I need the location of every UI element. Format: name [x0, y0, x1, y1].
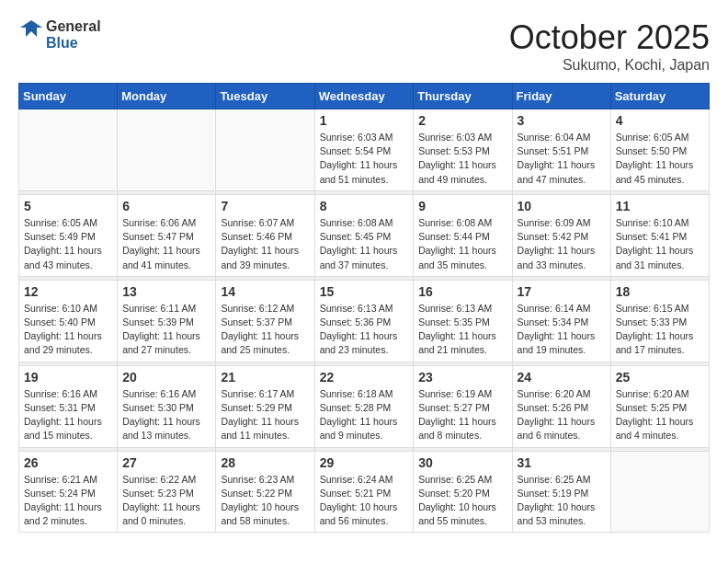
calendar-cell: 22Sunrise: 6:18 AM Sunset: 5:28 PM Dayli… [314, 365, 414, 447]
day-number: 14 [221, 284, 309, 299]
day-number: 9 [418, 199, 506, 213]
calendar-cell: 4Sunrise: 6:05 AM Sunset: 5:50 PM Daylig… [610, 109, 709, 191]
day-info: Sunrise: 6:16 AM Sunset: 5:31 PM Dayligh… [24, 387, 112, 443]
day-number: 27 [122, 455, 210, 470]
weekday-header-wednesday: Wednesday [314, 84, 414, 109]
weekday-header-friday: Friday [512, 84, 610, 109]
calendar-cell: 18Sunrise: 6:15 AM Sunset: 5:33 PM Dayli… [610, 280, 709, 362]
calendar-cell: 21Sunrise: 6:17 AM Sunset: 5:29 PM Dayli… [216, 365, 314, 447]
day-number: 8 [320, 199, 409, 213]
day-info: Sunrise: 6:08 AM Sunset: 5:44 PM Dayligh… [418, 216, 506, 272]
calendar-cell [216, 109, 314, 191]
day-number: 4 [616, 113, 704, 128]
calendar-cell: 24Sunrise: 6:20 AM Sunset: 5:26 PM Dayli… [512, 365, 610, 447]
day-info: Sunrise: 6:25 AM Sunset: 5:20 PM Dayligh… [418, 473, 506, 529]
day-number: 18 [616, 284, 704, 299]
day-info: Sunrise: 6:19 AM Sunset: 5:27 PM Dayligh… [418, 387, 506, 443]
day-number: 19 [24, 370, 112, 385]
day-number: 2 [418, 113, 506, 128]
calendar-cell: 27Sunrise: 6:22 AM Sunset: 5:23 PM Dayli… [118, 451, 216, 533]
day-number: 16 [418, 284, 506, 299]
calendar-cell [610, 451, 709, 533]
day-info: Sunrise: 6:23 AM Sunset: 5:22 PM Dayligh… [221, 473, 309, 529]
day-number: 20 [122, 370, 210, 385]
week-row-3: 12Sunrise: 6:10 AM Sunset: 5:40 PM Dayli… [19, 280, 710, 362]
calendar-cell: 16Sunrise: 6:13 AM Sunset: 5:35 PM Dayli… [414, 280, 512, 362]
calendar-cell: 26Sunrise: 6:21 AM Sunset: 5:24 PM Dayli… [19, 451, 118, 533]
weekday-header-tuesday: Tuesday [216, 84, 314, 109]
calendar-cell: 10Sunrise: 6:09 AM Sunset: 5:42 PM Dayli… [512, 194, 610, 276]
page-header: General Blue October 2025 Sukumo, Kochi,… [18, 18, 710, 74]
day-info: Sunrise: 6:03 AM Sunset: 5:53 PM Dayligh… [418, 131, 506, 187]
weekday-header-row: SundayMondayTuesdayWednesdayThursdayFrid… [19, 84, 710, 109]
day-info: Sunrise: 6:06 AM Sunset: 5:47 PM Dayligh… [122, 216, 210, 272]
calendar-cell: 11Sunrise: 6:10 AM Sunset: 5:41 PM Dayli… [610, 194, 709, 276]
calendar-cell: 7Sunrise: 6:07 AM Sunset: 5:46 PM Daylig… [216, 194, 314, 276]
title-block: October 2025 Sukumo, Kochi, Japan [509, 18, 710, 74]
day-number: 17 [518, 284, 606, 299]
day-number: 6 [122, 199, 210, 213]
day-info: Sunrise: 6:03 AM Sunset: 5:54 PM Dayligh… [320, 131, 409, 187]
day-info: Sunrise: 6:05 AM Sunset: 5:49 PM Dayligh… [24, 216, 112, 272]
logo-general-text: General [46, 18, 101, 35]
day-info: Sunrise: 6:17 AM Sunset: 5:29 PM Dayligh… [221, 387, 309, 443]
day-info: Sunrise: 6:15 AM Sunset: 5:33 PM Dayligh… [616, 302, 704, 358]
day-info: Sunrise: 6:14 AM Sunset: 5:34 PM Dayligh… [518, 302, 606, 358]
calendar-cell [118, 109, 216, 191]
week-row-4: 19Sunrise: 6:16 AM Sunset: 5:31 PM Dayli… [19, 365, 710, 447]
day-info: Sunrise: 6:18 AM Sunset: 5:28 PM Dayligh… [320, 387, 409, 443]
day-info: Sunrise: 6:20 AM Sunset: 5:26 PM Dayligh… [518, 387, 606, 443]
calendar-cell: 20Sunrise: 6:16 AM Sunset: 5:30 PM Dayli… [118, 365, 216, 447]
day-info: Sunrise: 6:12 AM Sunset: 5:37 PM Dayligh… [221, 302, 309, 358]
calendar-cell: 8Sunrise: 6:08 AM Sunset: 5:45 PM Daylig… [314, 194, 414, 276]
calendar-cell: 29Sunrise: 6:24 AM Sunset: 5:21 PM Dayli… [314, 451, 414, 533]
calendar-cell [19, 109, 118, 191]
day-number: 13 [122, 284, 210, 299]
day-number: 10 [518, 199, 606, 213]
day-number: 5 [24, 199, 112, 213]
day-info: Sunrise: 6:21 AM Sunset: 5:24 PM Dayligh… [24, 473, 112, 529]
day-number: 21 [221, 370, 309, 385]
logo-blue-text: Blue [46, 35, 101, 52]
weekday-header-thursday: Thursday [414, 84, 512, 109]
calendar-cell: 31Sunrise: 6:25 AM Sunset: 5:19 PM Dayli… [512, 451, 610, 533]
calendar-cell: 6Sunrise: 6:06 AM Sunset: 5:47 PM Daylig… [118, 194, 216, 276]
day-info: Sunrise: 6:13 AM Sunset: 5:35 PM Dayligh… [418, 302, 506, 358]
day-info: Sunrise: 6:07 AM Sunset: 5:46 PM Dayligh… [221, 216, 309, 272]
day-number: 15 [320, 284, 409, 299]
day-number: 24 [518, 370, 606, 385]
week-row-5: 26Sunrise: 6:21 AM Sunset: 5:24 PM Dayli… [19, 451, 710, 533]
day-number: 7 [221, 199, 309, 213]
day-number: 12 [24, 284, 112, 299]
calendar-cell: 3Sunrise: 6:04 AM Sunset: 5:51 PM Daylig… [512, 109, 610, 191]
week-row-1: 1Sunrise: 6:03 AM Sunset: 5:54 PM Daylig… [19, 109, 710, 191]
day-info: Sunrise: 6:11 AM Sunset: 5:39 PM Dayligh… [122, 302, 210, 358]
day-info: Sunrise: 6:25 AM Sunset: 5:19 PM Dayligh… [518, 473, 606, 529]
day-info: Sunrise: 6:10 AM Sunset: 5:41 PM Dayligh… [616, 216, 704, 272]
day-number: 29 [320, 455, 409, 470]
weekday-header-saturday: Saturday [610, 84, 709, 109]
weekday-header-sunday: Sunday [19, 84, 118, 109]
calendar-cell: 17Sunrise: 6:14 AM Sunset: 5:34 PM Dayli… [512, 280, 610, 362]
day-number: 1 [320, 113, 409, 128]
calendar-cell: 1Sunrise: 6:03 AM Sunset: 5:54 PM Daylig… [314, 109, 414, 191]
logo: General Blue [18, 18, 101, 51]
day-number: 22 [320, 370, 409, 385]
day-number: 23 [418, 370, 506, 385]
location-title: Sukumo, Kochi, Japan [509, 57, 710, 74]
calendar-cell: 19Sunrise: 6:16 AM Sunset: 5:31 PM Dayli… [19, 365, 118, 447]
calendar-cell: 25Sunrise: 6:20 AM Sunset: 5:25 PM Dayli… [610, 365, 709, 447]
month-title: October 2025 [509, 18, 710, 57]
day-info: Sunrise: 6:08 AM Sunset: 5:45 PM Dayligh… [320, 216, 409, 272]
calendar-cell: 9Sunrise: 6:08 AM Sunset: 5:44 PM Daylig… [414, 194, 512, 276]
day-info: Sunrise: 6:04 AM Sunset: 5:51 PM Dayligh… [518, 131, 606, 187]
calendar-cell: 28Sunrise: 6:23 AM Sunset: 5:22 PM Dayli… [216, 451, 314, 533]
calendar-cell: 14Sunrise: 6:12 AM Sunset: 5:37 PM Dayli… [216, 280, 314, 362]
calendar-cell: 30Sunrise: 6:25 AM Sunset: 5:20 PM Dayli… [414, 451, 512, 533]
calendar-cell: 23Sunrise: 6:19 AM Sunset: 5:27 PM Dayli… [414, 365, 512, 447]
logo-bird-icon [18, 18, 44, 51]
day-number: 31 [518, 455, 606, 470]
calendar-cell: 12Sunrise: 6:10 AM Sunset: 5:40 PM Dayli… [19, 280, 118, 362]
day-number: 25 [616, 370, 704, 385]
weekday-header-monday: Monday [118, 84, 216, 109]
